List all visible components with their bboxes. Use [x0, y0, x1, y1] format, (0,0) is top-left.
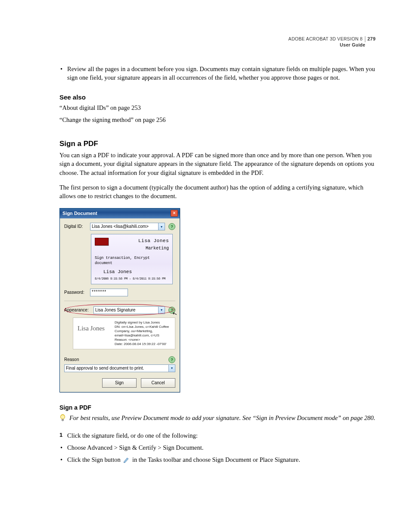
- intro-bullet: Review all the pages in a document befor…: [59, 65, 377, 82]
- reason-label: Reason: [64, 357, 79, 363]
- sign-document-dialog: Sign Document × Digital ID: Lisa Jones <…: [59, 208, 180, 392]
- step-1a: Choose Advanced > Sign & Certify > Sign …: [59, 443, 377, 452]
- sig-meta-2: DN: cn=Lisa Jones, o=Kahili Coffee Compa…: [115, 325, 172, 338]
- step-1b-pre: Click the Sign button: [67, 456, 122, 463]
- dialog-titlebar: Sign Document ×: [60, 208, 180, 218]
- appearance-label: Appearance:: [64, 307, 92, 313]
- see-also-ref-1: “About digital IDs” on page 253: [59, 103, 377, 112]
- header-subtitle: User Guide: [288, 42, 376, 48]
- section-p1: You can sign a PDF to indicate your appr…: [59, 151, 377, 177]
- digital-id-value: Lisa Jones <lisa@kahili.com>: [90, 224, 158, 230]
- close-icon[interactable]: ×: [171, 210, 178, 217]
- tip-text: For best results, use Preview Document m…: [69, 414, 375, 422]
- header-page-number: 279: [365, 36, 376, 42]
- preview-dept: Marketing: [95, 246, 169, 252]
- section-title: Sign a PDF: [59, 139, 377, 149]
- section-p2: The first person to sign a document (typ…: [59, 183, 377, 201]
- page-header: ADOBE ACROBAT 3D VERSION 8 279 User Guid…: [288, 36, 376, 48]
- preview-line: Sign transaction, Encrypt document: [95, 256, 169, 266]
- step-1b: Click the Sign button in the Tasks toolb…: [59, 455, 377, 465]
- see-also-heading: See also: [59, 93, 377, 102]
- dialog-title: Sign Document: [62, 210, 97, 217]
- step-1b-post: in the Tasks toolbar and choose Sign Doc…: [132, 456, 300, 463]
- reason-value: Final approval to send document to print…: [65, 365, 168, 371]
- sig-meta-4: Date: 2006.08.04 15:39:22 -07'00': [115, 342, 172, 346]
- see-also-ref-2: “Change the signing method” on page 256: [59, 115, 377, 124]
- digital-id-label: Digital ID:: [64, 224, 88, 230]
- signature-metadata: Digitally signed by Lisa Jones DN: cn=Li…: [115, 320, 172, 346]
- chevron-down-icon[interactable]: ▾: [168, 365, 175, 372]
- lightbulb-icon: [59, 414, 66, 424]
- signature-block: Lisa Jones Digitally signed by Lisa Jone…: [73, 317, 175, 349]
- step-1: Click the signature field, or do one of …: [59, 431, 377, 440]
- reason-dropdown[interactable]: Final approval to send document to print…: [64, 364, 175, 372]
- preview-dates: 8/4/2006 9:15:56 PM – 8/4/2011 9:15:56 P…: [95, 277, 169, 281]
- help-icon[interactable]: ?: [168, 307, 175, 314]
- svg-rect-1: [62, 419, 64, 421]
- signature-preview: Lisa Jones Marketing Sign transaction, E…: [91, 234, 173, 284]
- help-icon[interactable]: ?: [168, 356, 175, 363]
- preview-graphic: [95, 238, 109, 246]
- password-label: Password:: [64, 289, 88, 296]
- signature-script: Lisa Jones: [76, 320, 112, 333]
- svg-point-0: [61, 414, 65, 419]
- subsection-heading: Sign a PDF: [59, 404, 377, 412]
- intro-list: Review all the pages in a document befor…: [59, 65, 377, 82]
- header-product: ADOBE ACROBAT 3D VERSION 8: [288, 36, 364, 42]
- digital-id-dropdown[interactable]: Lisa Jones <lisa@kahili.com> ▾: [90, 223, 165, 230]
- sign-button[interactable]: Sign: [102, 378, 137, 388]
- chevron-down-icon[interactable]: ▾: [158, 223, 165, 230]
- pen-icon: [123, 457, 130, 465]
- sig-meta-1: Digitally signed by Lisa Jones: [115, 320, 172, 325]
- preview-name2: Lisa Jones: [103, 269, 169, 275]
- password-input[interactable]: *******: [90, 289, 128, 296]
- separator: [64, 301, 175, 301]
- cancel-button[interactable]: Cancel: [141, 378, 175, 388]
- help-icon[interactable]: ?: [168, 223, 175, 230]
- appearance-dropdown[interactable]: Lisa Jones Signature ▾: [93, 306, 165, 314]
- appearance-value: Lisa Jones Signature: [94, 307, 158, 313]
- sig-meta-3: Reason: <none>: [115, 338, 172, 342]
- chevron-down-icon[interactable]: ▾: [158, 307, 165, 314]
